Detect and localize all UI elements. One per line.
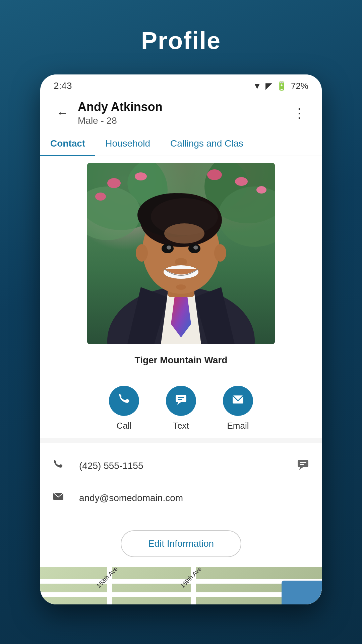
tabs: Contact Household Callings and Clas [40,131,322,156]
action-buttons: Call Text [40,376,322,438]
ward-name: Tiger Mountain Ward [135,355,228,366]
page-title: Profile [141,27,221,54]
call-icon [117,392,131,410]
svg-point-24 [167,246,171,250]
wifi-icon: ▼ [253,81,261,91]
svg-point-7 [207,169,222,180]
back-button[interactable]: ← [52,103,72,123]
svg-rect-39 [300,464,304,465]
email-row: andy@somedomain.com [52,482,310,514]
status-icons: ▼ ◤ 🔋 72% [253,81,308,91]
svg-point-25 [193,246,198,250]
status-bar: 2:43 ▼ ◤ 🔋 72% [40,74,322,95]
tab-callings[interactable]: Callings and Clas [160,131,253,156]
text-icon [174,392,188,410]
call-button[interactable]: Call [109,386,139,431]
svg-point-5 [107,178,121,188]
call-label: Call [117,421,132,431]
svg-rect-34 [178,399,182,400]
tab-household[interactable]: Household [95,131,160,156]
edit-section: Edit Information [40,520,322,567]
email-row-icon [52,490,72,505]
svg-point-26 [175,258,187,266]
header: ← Andy Atkinson Male - 28 ⋮ [40,95,322,131]
email-circle [223,386,253,416]
edit-information-button[interactable]: Edit Information [121,530,241,557]
phone-value: (425) 555-1155 [79,461,296,471]
svg-rect-33 [178,397,184,398]
svg-marker-37 [299,467,303,470]
profile-photo-svg [87,163,275,344]
email-icon [231,392,245,410]
svg-point-21 [164,223,204,244]
profile-photo [87,163,275,344]
svg-marker-32 [177,402,181,405]
header-info: Andy Atkinson Male - 28 [78,100,290,126]
map-road-h2 [40,592,322,597]
tab-contact[interactable]: Contact [40,131,95,156]
svg-point-30 [176,284,186,290]
svg-point-10 [95,193,106,201]
battery-percentage: 72% [291,81,308,91]
more-options-button[interactable]: ⋮ [290,103,310,123]
svg-point-9 [256,186,266,194]
svg-point-8 [235,177,248,186]
svg-rect-38 [300,462,306,463]
battery-icon: 🔋 [276,81,287,91]
signal-icon: ◤ [265,81,272,91]
text-label: Text [173,421,189,431]
email-button[interactable]: Email [223,386,253,431]
svg-rect-36 [298,460,308,467]
status-time: 2:43 [54,80,72,91]
svg-point-6 [135,172,147,180]
contact-info-card: (425) 555-1155 andy [40,443,322,520]
email-label: Email [227,421,249,431]
phone-row: (425) 555-1155 [52,450,310,482]
svg-rect-31 [176,395,186,402]
call-circle [109,386,139,416]
more-dots-icon: ⋮ [293,105,307,121]
svg-point-28 [136,244,148,262]
map-preview: 158th Ave 159th Ave [40,567,322,604]
profile-section: Tiger Mountain Ward [40,156,322,376]
phone-frame: 2:43 ▼ ◤ 🔋 72% ← Andy Atkinson Male - 28… [40,74,322,604]
sms-action-icon[interactable] [296,458,310,474]
svg-point-29 [214,244,226,262]
content-area: Tiger Mountain Ward Call [40,156,322,604]
person-subtitle: Male - 28 [78,115,290,126]
phone-row-icon [52,459,72,474]
person-name: Andy Atkinson [78,100,290,114]
map-water-area [282,581,322,604]
text-circle [166,386,196,416]
email-value: andy@somedomain.com [79,493,310,503]
text-button[interactable]: Text [166,386,196,431]
back-arrow-icon: ← [56,106,68,120]
